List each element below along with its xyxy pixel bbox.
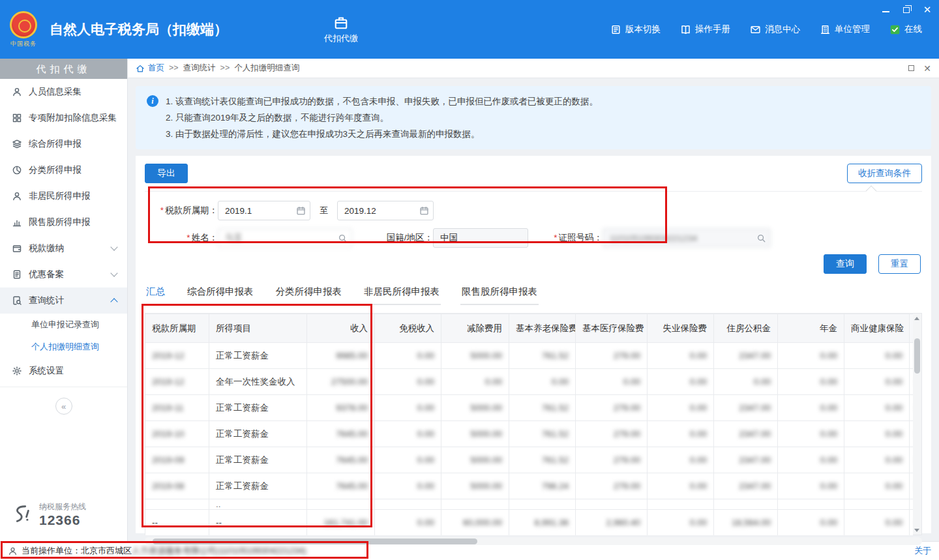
breadcrumb-home[interactable]: 首页 — [136, 63, 164, 74]
sidebar-collapse-button[interactable]: « — [55, 398, 72, 415]
horizontal-scrollbar[interactable] — [145, 537, 922, 545]
breadcrumb-item: 查询统计 — [183, 63, 216, 72]
tab-summary[interactable]: 汇总 — [145, 284, 166, 305]
table-cell — [145, 499, 209, 510]
sidebar-subitem-label: 单位申报记录查询 — [31, 319, 99, 331]
period-label: *税款所属期： — [145, 205, 218, 216]
close-icon[interactable]: ✕ — [922, 5, 932, 14]
doc-icon — [12, 269, 22, 280]
tab-classified-income-report[interactable]: 分类所得申报表 — [275, 284, 344, 305]
table-cell: 0.00 — [648, 510, 714, 536]
chevron-up-icon — [110, 298, 117, 305]
column-header: 所得项目 — [209, 314, 307, 343]
table-cell: 0.00 — [375, 395, 441, 421]
table-cell: 0.00 — [375, 510, 441, 536]
sidebar-item-restricted-shares-income[interactable]: 限售股所得申报 — [0, 209, 127, 235]
horizontal-scroll-thumb[interactable] — [153, 538, 477, 544]
table-cell: 5000.00 — [441, 473, 509, 499]
table-row[interactable]: 2019-08正常工资薪金7645.000.005000.00798.24279… — [145, 473, 914, 499]
calendar-icon[interactable] — [296, 206, 306, 216]
sidebar-item-nonresident-income[interactable]: 非居民所得申报 — [0, 183, 127, 209]
vertical-scrollbar[interactable] — [913, 313, 922, 535]
sidebar-item-query-statistics[interactable]: 查询统计 — [0, 287, 127, 314]
sidebar-divider — [0, 387, 127, 387]
table-cell: 279.00 — [576, 447, 648, 473]
search-icon[interactable] — [338, 233, 348, 243]
name-input[interactable] — [218, 228, 352, 248]
sidebar-subitem-unit-report-record-query[interactable]: 单位申报记录查询 — [0, 314, 127, 336]
collapse-query-button[interactable]: 收折查询条件 — [847, 164, 922, 183]
sidebar: 代扣代缴 人员信息采集专项附加扣除信息采集综合所得申报分类所得申报非居民所得申报… — [0, 59, 128, 541]
sidebar-header: 代扣代缴 — [0, 59, 127, 79]
table-row[interactable]: 2019-12全年一次性奖金收入27500.000.000.000.000.00… — [145, 369, 914, 395]
table-cell: 0.00 — [648, 395, 714, 421]
table-viewport: 税款所属期所得项目收入免税收入减除费用基本养老保险费基本医疗保险费失业保险费住房… — [145, 313, 913, 535]
version-switch-menu-item[interactable]: 版本切换 — [610, 23, 661, 35]
home-icon — [136, 64, 145, 73]
table-row[interactable]: 2019-11正常工资薪金9378.000.005000.00761.52279… — [145, 395, 914, 421]
tab-comprehensive-income-report[interactable]: 综合所得申报表 — [186, 284, 255, 305]
search-icon[interactable] — [756, 233, 766, 243]
sidebar-item-classified-income[interactable]: 分类所得申报 — [0, 157, 127, 183]
current-unit-masked: 人力资源服务有限公司(110105199304221234) — [132, 545, 306, 557]
query-button[interactable]: 查询 — [824, 254, 867, 274]
id-number-input[interactable] — [603, 228, 771, 248]
table-row[interactable]: 2019-12正常工资薪金9985.000.005000.00761.52279… — [145, 343, 914, 369]
total-row[interactable]: ----161,741.000.0060,000.008,991.362,960… — [145, 510, 914, 536]
table-cell: 2019-12 — [145, 343, 209, 369]
message-center-menu-item[interactable]: 消息中心 — [750, 23, 800, 35]
restore-icon[interactable] — [901, 5, 912, 14]
column-header: 商业健康保险 — [844, 314, 910, 343]
table-cell: -- — [145, 510, 209, 536]
sidebar-item-system-settings[interactable]: 系统设置 — [0, 358, 127, 384]
table-cell: 0.00 — [648, 369, 714, 395]
breadcrumb-items: >>查询统计>>个人扣缴明细查询 — [164, 63, 299, 74]
id-number-label: *证照号码： — [540, 232, 603, 244]
sidebar-subitem-personal-withholding-detail-query[interactable]: 个人扣缴明细查询 — [0, 336, 127, 358]
minimize-icon[interactable] — [880, 5, 891, 14]
table-row[interactable]: 2019-09正常工资薪金7645.000.005000.00761.52279… — [145, 447, 914, 473]
table-cell: 8,991.36 — [509, 510, 576, 536]
table-cell: 5000.00 — [441, 343, 509, 369]
table-cell: 0.00 — [844, 510, 910, 536]
sidebar-item-comprehensive-income[interactable]: 综合所得申报 — [0, 131, 127, 157]
vertical-scroll-thumb[interactable] — [914, 338, 920, 374]
notice-lines: 1. 该查询统计表仅能查询已申报成功的数据，不包含未申报、申报失败，已申报但已作… — [166, 93, 919, 142]
operation-manual-menu-item[interactable]: 操作手册 — [680, 23, 730, 35]
about-link[interactable]: 关于 — [914, 545, 931, 557]
scroll-down-icon[interactable] — [913, 526, 921, 534]
table-cell: 0.00 — [648, 343, 714, 369]
name-field — [218, 228, 352, 248]
sidebar-item-person-info-collect[interactable]: 人员信息采集 — [0, 79, 127, 105]
table-cell: 161,741.00 — [307, 510, 375, 536]
panel-close-icon[interactable]: ✕ — [923, 63, 931, 74]
table-row[interactable]: 2019-10正常工资薪金7645.000.005000.00761.52279… — [145, 421, 914, 447]
tab-restricted-shares-report[interactable]: 限售股所得申报表 — [460, 284, 539, 305]
panel-maximize-icon[interactable] — [908, 65, 914, 71]
name-label: *姓名： — [145, 232, 218, 244]
table-cell: 2019-11 — [145, 395, 209, 421]
tab-nonresident-income-report[interactable]: 非居民所得申报表 — [363, 284, 441, 305]
sidebar-item-special-deduction-collect[interactable]: 专项附加扣除信息采集 — [0, 105, 127, 131]
reset-button[interactable]: 重置 — [878, 254, 921, 274]
table-cell: .. — [209, 499, 307, 510]
layers-icon — [12, 139, 22, 149]
calendar-icon[interactable] — [419, 206, 429, 216]
table-cell: 0.00 — [375, 343, 441, 369]
sidebar-item-tax-payment[interactable]: 税款缴纳 — [0, 235, 127, 261]
sidebar-nav: 人员信息采集专项附加扣除信息采集综合所得申报分类所得申报非居民所得申报限售股所得… — [0, 79, 127, 384]
table-cell — [509, 499, 576, 510]
table-cell: 798.24 — [509, 473, 576, 499]
online-status-menu-item[interactable]: 在线 — [889, 23, 922, 35]
table-cell: 9985.00 — [307, 343, 375, 369]
tab-withholding[interactable]: 代扣代缴 — [324, 15, 358, 44]
unit-management-menu-item[interactable]: 单位管理 — [820, 23, 870, 35]
table-cell: 7645.00 — [307, 421, 375, 447]
sidebar-item-preferential-filing[interactable]: 优惠备案 — [0, 261, 127, 287]
scroll-up-icon[interactable] — [913, 314, 921, 322]
notice-line: 1. 该查询统计表仅能查询已申报成功的数据，不包含未申报、申报失败，已申报但已作… — [166, 93, 919, 110]
table-cell — [375, 499, 441, 510]
table-cell: 7645.00 — [307, 447, 375, 473]
export-button[interactable]: 导出 — [145, 164, 188, 183]
nationality-input[interactable] — [433, 228, 528, 248]
